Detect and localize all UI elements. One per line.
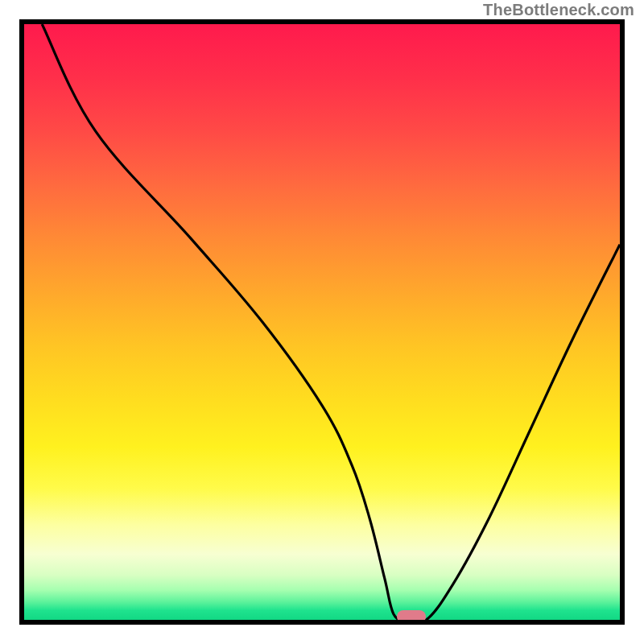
watermark-text: TheBottleneck.com xyxy=(483,2,634,18)
chart-frame: TheBottleneck.com xyxy=(0,0,644,644)
bottleneck-curve xyxy=(42,24,620,620)
plot-area xyxy=(19,19,625,625)
curve-layer xyxy=(24,24,620,620)
optimum-marker xyxy=(397,610,426,623)
